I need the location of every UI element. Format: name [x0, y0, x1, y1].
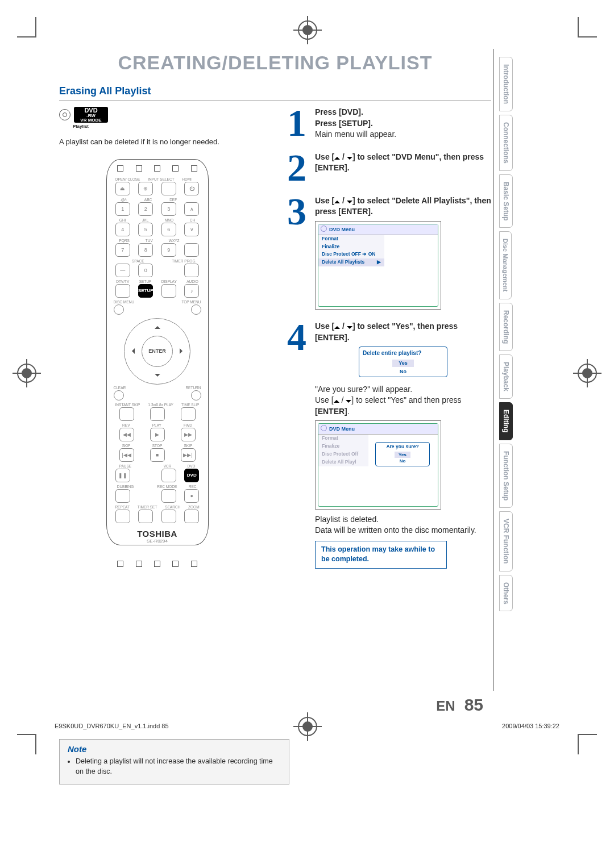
tab-disc-management: Disc Management	[499, 231, 512, 299]
ir-led	[117, 561, 123, 567]
dpad-right-icon	[180, 348, 185, 354]
remote-bottom-row	[111, 561, 204, 567]
blank-button	[184, 243, 199, 257]
skip-fwd-button: ▶▶|	[181, 448, 196, 462]
up-arrow-icon	[334, 400, 339, 403]
page-title: CREATING/DELETING PLAYLIST	[59, 52, 491, 74]
down-arrow-icon	[347, 201, 352, 203]
crop-mark	[578, 734, 597, 735]
down-arrow-icon	[346, 400, 351, 403]
osd1-item-selected: Delete All Playlists ▶	[318, 258, 384, 266]
rec-button: ●	[184, 489, 199, 503]
up-arrow-icon	[334, 157, 340, 160]
section-title: Erasing All Playlist	[59, 84, 491, 101]
ch-up-button: ∧	[184, 202, 199, 216]
registration-mark-right	[578, 364, 597, 383]
disc-badge-row: DVD -RW VR MODE	[59, 107, 255, 123]
display-button	[161, 284, 176, 298]
badge-top: DVD	[84, 107, 97, 114]
chapter-tabs: Introduction Connections Basic Setup Dis…	[499, 57, 523, 615]
label-row: OPEN/ CLOSEINPUT SELECTHDMI	[111, 177, 204, 181]
option-no: No	[360, 368, 446, 375]
tab-playback: Playback	[499, 354, 513, 399]
page-rule	[493, 49, 493, 691]
step-3-number: 3	[281, 195, 313, 310]
dubbing-button	[115, 489, 130, 503]
dpad-down-icon	[155, 374, 160, 379]
tab-others: Others	[499, 575, 513, 612]
key-0: 0	[138, 264, 153, 277]
footer-left: E9SK0UD_DVR670KU_EN_v1.1.indd 85	[55, 723, 169, 729]
dpad-up-icon	[155, 323, 160, 329]
zoom-button	[184, 510, 199, 523]
remote-ir-row	[111, 165, 204, 172]
step-1: 1 Press [DVD]. Press [SETUP]. Main menu …	[281, 107, 491, 140]
crop-mark	[578, 735, 579, 754]
power-button: ⏻	[184, 182, 199, 195]
audio-button: ♪	[184, 284, 199, 298]
step-4-deleted: Playlist is deleted.	[315, 515, 379, 524]
left-column: DVD -RW VR MODE Playlist A playlist can …	[59, 107, 255, 545]
play-button: ▶	[150, 428, 165, 441]
dash-button: —	[115, 264, 130, 277]
dtv-tv-button	[115, 284, 130, 298]
fwd-button: ▶▶	[181, 428, 196, 441]
registration-mark-bottom	[298, 717, 317, 736]
tab-basic-setup: Basic Setup	[499, 174, 513, 228]
rev-button: ◀◀	[119, 428, 134, 441]
down-arrow-icon	[347, 326, 352, 329]
dpad: ENTER	[124, 318, 190, 385]
key-5: 5	[138, 223, 153, 236]
disc-badge: DVD -RW VR MODE	[74, 107, 108, 123]
instant-skip-button	[119, 407, 134, 421]
open-close-button: ⏏	[115, 182, 130, 195]
intro-text: A playlist can be deleted if it is no lo…	[59, 136, 255, 148]
crop-mark	[578, 36, 597, 37]
osd-dvd-menu-2: DVD Menu Format Finalize Disc Protect Of…	[315, 420, 441, 509]
footer-right: 2009/04/03 15:39:22	[502, 723, 559, 729]
up-arrow-icon	[334, 201, 340, 203]
key-6: 6	[161, 223, 176, 236]
ch-down-button: ∨	[184, 223, 199, 236]
osd1-item: Format	[318, 235, 384, 243]
key-9: 9	[161, 243, 176, 257]
step-4-number: 4	[281, 321, 313, 569]
osd-dvd-menu-1: DVD Menu Format Finalize Disc Protect OF…	[315, 221, 441, 310]
step-3: 3 Use [ / ] to select "Delete All Playli…	[281, 195, 491, 310]
crop-mark	[17, 734, 36, 735]
page: Introduction Connections Basic Setup Dis…	[0, 0, 614, 868]
osd1-item: Finalize	[318, 243, 384, 251]
callout: This operation may take awhile to be com…	[315, 541, 447, 569]
step-4-line4: "Are you sure?" will appear.	[315, 385, 412, 394]
down-arrow-icon	[347, 157, 352, 160]
registration-mark-left	[17, 364, 36, 383]
dpad-left-icon	[129, 348, 135, 354]
crop-mark	[578, 17, 579, 36]
note-box: Note Deleting a playlist will not increa…	[59, 739, 289, 785]
key-1: 1	[115, 202, 130, 216]
setup-button: SETUP	[138, 284, 153, 298]
ir-led	[117, 165, 123, 172]
option-yes: Yes	[392, 360, 414, 367]
badge-sub: Playlist	[73, 124, 255, 129]
osd3-popup: Are you sure? Yes No	[375, 442, 430, 466]
crop-mark	[35, 735, 36, 754]
step-1-line1: Press [DVD].	[315, 107, 363, 116]
top-menu-button	[191, 304, 201, 315]
step-1-line2: Press [SETUP].	[315, 119, 373, 128]
tab-recording: Recording	[499, 303, 513, 351]
tab-introduction: Introduction	[499, 57, 513, 111]
ir-led	[136, 561, 142, 567]
pause-button: ❚❚	[115, 469, 130, 482]
enter-button: ENTER	[142, 336, 173, 367]
key-7: 7	[115, 243, 130, 257]
disc-menu-button	[114, 304, 124, 315]
ir-led	[154, 165, 160, 172]
timer-set-button	[138, 510, 153, 523]
badge-bot: VR MODE	[80, 118, 101, 123]
key-2: 2	[138, 202, 153, 216]
ir-led	[191, 165, 197, 172]
hdmi-button	[161, 182, 176, 195]
ir-led	[154, 561, 160, 567]
search-button	[161, 510, 176, 523]
